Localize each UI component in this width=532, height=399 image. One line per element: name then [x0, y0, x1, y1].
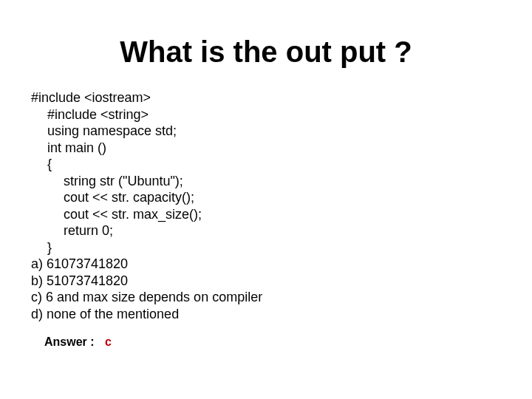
- code-line: }: [31, 239, 532, 256]
- code-line: using namespace std;: [31, 123, 532, 140]
- code-line: int main (): [31, 140, 532, 157]
- code-line: #include <string>: [31, 106, 532, 123]
- answer-label: Answer :: [44, 335, 95, 348]
- answer-value: c: [98, 335, 112, 348]
- option-d: d) none of the mentioned: [31, 306, 532, 323]
- option-c: c) 6 and max size depends on compiler: [31, 289, 532, 306]
- slide-content: #include <iostream> #include <string> us…: [0, 89, 532, 322]
- code-line: #include <iostream>: [31, 89, 532, 106]
- option-a: a) 61073741820: [31, 256, 532, 273]
- code-line: string str ("Ubuntu");: [31, 173, 532, 190]
- code-line: cout << str. max_size();: [31, 206, 532, 223]
- option-b: b) 51073741820: [31, 273, 532, 290]
- slide-title: What is the out put ?: [0, 0, 532, 89]
- code-line: {: [31, 156, 532, 173]
- slide: What is the out put ? #include <iostream…: [0, 0, 532, 399]
- answer-row: Answer : c: [0, 322, 532, 349]
- code-line: return 0;: [31, 222, 532, 239]
- code-line: cout << str. capacity();: [31, 189, 532, 206]
